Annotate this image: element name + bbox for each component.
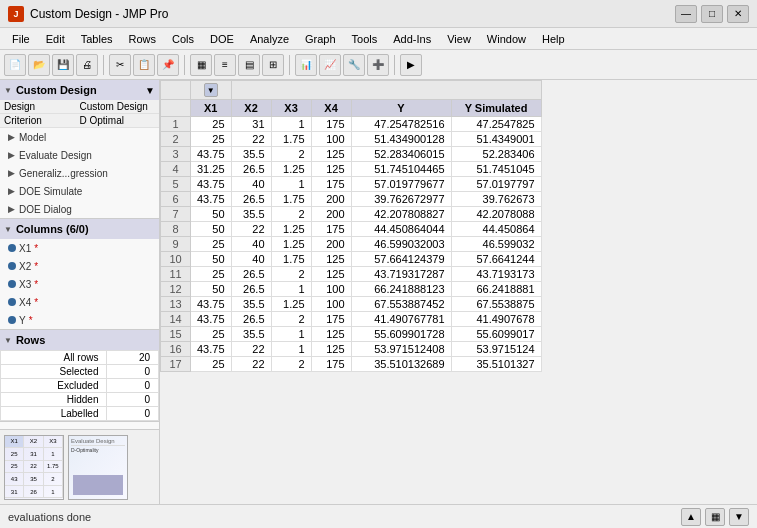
filter-x1[interactable]: ▼ — [191, 81, 232, 100]
cell-ySim-4[interactable]: 51.7451045 — [451, 162, 541, 177]
cell-x3-8[interactable]: 1.25 — [271, 222, 311, 237]
cell-y-5[interactable]: 57.019779677 — [351, 177, 451, 192]
cell-x3-16[interactable]: 1 — [271, 342, 311, 357]
cell-y-1[interactable]: 47.254782516 — [351, 117, 451, 132]
cell-x4-8[interactable]: 175 — [311, 222, 351, 237]
cell-x1-15[interactable]: 25 — [191, 327, 232, 342]
cell-y-14[interactable]: 41.490767781 — [351, 312, 451, 327]
run-button[interactable]: ▶ — [400, 54, 422, 76]
menu-item-tables[interactable]: Tables — [73, 31, 121, 47]
cell-x2-9[interactable]: 40 — [231, 237, 271, 252]
cell-y-8[interactable]: 44.450864044 — [351, 222, 451, 237]
cell-ySim-9[interactable]: 46.599032 — [451, 237, 541, 252]
cell-x2-12[interactable]: 26.5 — [231, 282, 271, 297]
cell-x3-12[interactable]: 1 — [271, 282, 311, 297]
cell-x3-1[interactable]: 1 — [271, 117, 311, 132]
cell-x4-13[interactable]: 100 — [311, 297, 351, 312]
filter-icon-x1[interactable]: ▼ — [204, 83, 218, 97]
columns-header[interactable]: ▼ Columns (6/0) — [0, 219, 159, 239]
cell-x4-3[interactable]: 125 — [311, 147, 351, 162]
menu-item-edit[interactable]: Edit — [38, 31, 73, 47]
cell-x4-5[interactable]: 175 — [311, 177, 351, 192]
cell-x1-10[interactable]: 50 — [191, 252, 232, 267]
cell-y-9[interactable]: 46.599032003 — [351, 237, 451, 252]
cell-x4-6[interactable]: 200 — [311, 192, 351, 207]
status-up-button[interactable]: ▲ — [681, 508, 701, 526]
cell-x2-3[interactable]: 35.5 — [231, 147, 271, 162]
cell-x3-15[interactable]: 1 — [271, 327, 311, 342]
model-row[interactable]: ▶ Model — [0, 128, 159, 146]
cell-ySim-8[interactable]: 44.450864 — [451, 222, 541, 237]
cell-x3-7[interactable]: 2 — [271, 207, 311, 222]
cell-x4-14[interactable]: 175 — [311, 312, 351, 327]
menu-item-cols[interactable]: Cols — [164, 31, 202, 47]
menu-item-help[interactable]: Help — [534, 31, 573, 47]
cell-x3-17[interactable]: 2 — [271, 357, 311, 372]
col-header-ysim[interactable]: Y Simulated — [451, 100, 541, 117]
cell-y-7[interactable]: 42.207808827 — [351, 207, 451, 222]
menu-item-rows[interactable]: Rows — [121, 31, 165, 47]
cell-x4-1[interactable]: 175 — [311, 117, 351, 132]
cell-x2-15[interactable]: 35.5 — [231, 327, 271, 342]
cell-x1-6[interactable]: 43.75 — [191, 192, 232, 207]
cell-x1-11[interactable]: 25 — [191, 267, 232, 282]
cell-x4-12[interactable]: 100 — [311, 282, 351, 297]
cell-x4-10[interactable]: 125 — [311, 252, 351, 267]
cell-x2-13[interactable]: 35.5 — [231, 297, 271, 312]
cell-x1-5[interactable]: 43.75 — [191, 177, 232, 192]
cell-ySim-2[interactable]: 51.4349001 — [451, 132, 541, 147]
results-button[interactable]: ▤ — [238, 54, 260, 76]
cell-ySim-7[interactable]: 42.2078088 — [451, 207, 541, 222]
menu-item-graph[interactable]: Graph — [297, 31, 344, 47]
cell-x2-16[interactable]: 22 — [231, 342, 271, 357]
cell-x4-2[interactable]: 100 — [311, 132, 351, 147]
cell-x4-7[interactable]: 200 — [311, 207, 351, 222]
cell-x4-16[interactable]: 125 — [311, 342, 351, 357]
cell-x3-4[interactable]: 1.25 — [271, 162, 311, 177]
cell-x3-2[interactable]: 1.75 — [271, 132, 311, 147]
open-button[interactable]: 📂 — [28, 54, 50, 76]
doe-simulate-row[interactable]: ▶ DOE Simulate — [0, 182, 159, 200]
cell-x2-17[interactable]: 22 — [231, 357, 271, 372]
cell-x3-13[interactable]: 1.25 — [271, 297, 311, 312]
data-table-container[interactable]: ▼ X1 X2 X3 X4 Y Y Simulated 12531117547.… — [160, 80, 757, 504]
cell-x1-14[interactable]: 43.75 — [191, 312, 232, 327]
cell-ySim-14[interactable]: 41.4907678 — [451, 312, 541, 327]
cell-x4-17[interactable]: 175 — [311, 357, 351, 372]
cell-ySim-6[interactable]: 39.762673 — [451, 192, 541, 207]
cell-x3-11[interactable]: 2 — [271, 267, 311, 282]
status-down-button[interactable]: ▼ — [729, 508, 749, 526]
menu-item-analyze[interactable]: Analyze — [242, 31, 297, 47]
data-table-button[interactable]: ▦ — [190, 54, 212, 76]
rows-header[interactable]: ▼ Rows — [0, 330, 159, 350]
cell-x1-13[interactable]: 43.75 — [191, 297, 232, 312]
cell-x2-1[interactable]: 31 — [231, 117, 271, 132]
analyze-button[interactable]: 📊 — [295, 54, 317, 76]
close-button[interactable]: ✕ — [727, 5, 749, 23]
cell-y-13[interactable]: 67.553887452 — [351, 297, 451, 312]
graph-button[interactable]: 📈 — [319, 54, 341, 76]
col-x3[interactable]: X3 * — [0, 275, 159, 293]
col-x4[interactable]: X4 * — [0, 293, 159, 311]
print-button[interactable]: 🖨 — [76, 54, 98, 76]
cell-x3-5[interactable]: 1 — [271, 177, 311, 192]
custom-design-header[interactable]: ▼ Custom Design ▼ — [0, 80, 159, 100]
cell-x4-11[interactable]: 125 — [311, 267, 351, 282]
script-button[interactable]: ≡ — [214, 54, 236, 76]
cell-ySim-3[interactable]: 52.283406 — [451, 147, 541, 162]
cell-x2-5[interactable]: 40 — [231, 177, 271, 192]
cell-x4-15[interactable]: 125 — [311, 327, 351, 342]
copy-button[interactable]: 📋 — [133, 54, 155, 76]
minimize-button[interactable]: — — [675, 5, 697, 23]
cell-ySim-5[interactable]: 57.0197797 — [451, 177, 541, 192]
status-table-button[interactable]: ▦ — [705, 508, 725, 526]
addins-button[interactable]: ➕ — [367, 54, 389, 76]
cut-button[interactable]: ✂ — [109, 54, 131, 76]
panel-menu-icon[interactable]: ▼ — [145, 85, 155, 96]
cell-ySim-17[interactable]: 35.5101327 — [451, 357, 541, 372]
cell-y-3[interactable]: 52.283406015 — [351, 147, 451, 162]
cell-ySim-10[interactable]: 57.6641244 — [451, 252, 541, 267]
cell-ySim-11[interactable]: 43.7193173 — [451, 267, 541, 282]
cell-x1-4[interactable]: 31.25 — [191, 162, 232, 177]
cell-x2-10[interactable]: 40 — [231, 252, 271, 267]
